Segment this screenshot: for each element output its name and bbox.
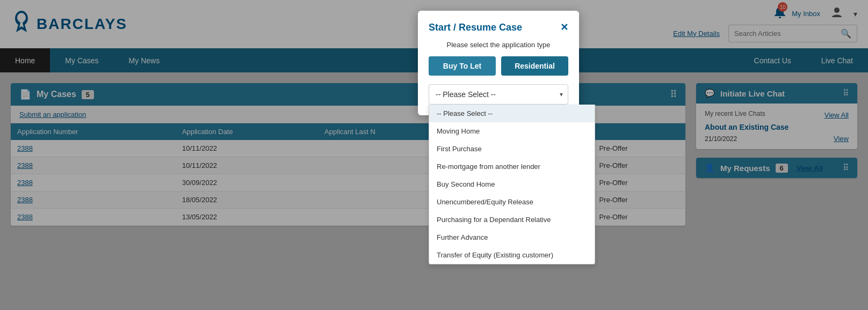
dropdown-item[interactable]: -- Please Select -- [429,105,595,122]
dropdown-item[interactable]: Unencumbered/Equity Release [429,193,595,211]
modal-title: Start / Resume Case [429,22,522,33]
modal-type-buttons: Buy To Let Residential [429,56,568,76]
select-wrapper: -- Please Select --Moving HomeFirst Purc… [429,84,568,105]
dropdown-item[interactable]: Buy Second Home [429,175,595,193]
modal-close-button[interactable]: ✕ [560,21,568,33]
modal-header: Start / Resume Case ✕ [429,21,568,33]
dropdown-item[interactable]: Transfer of Equity (Existing customer) [429,246,595,264]
buy-to-let-button[interactable]: Buy To Let [429,56,496,76]
dropdown-item[interactable]: Re-mortgage from another lender [429,158,595,175]
dropdown-item[interactable]: Further Advance [429,228,595,246]
dropdown-item[interactable]: Moving Home [429,122,595,140]
application-type-select[interactable]: -- Please Select --Moving HomeFirst Purc… [429,84,568,105]
dropdown-item[interactable]: Purchasing for a Dependant Relative [429,211,595,228]
residential-button[interactable]: Residential [501,56,568,76]
modal-subtitle: Please select the application type [429,41,568,49]
dropdown-list: -- Please Select --Moving HomeFirst Purc… [429,105,595,264]
start-resume-modal: Start / Resume Case ✕ Please select the … [418,11,579,115]
dropdown-item[interactable]: First Purchase [429,140,595,158]
